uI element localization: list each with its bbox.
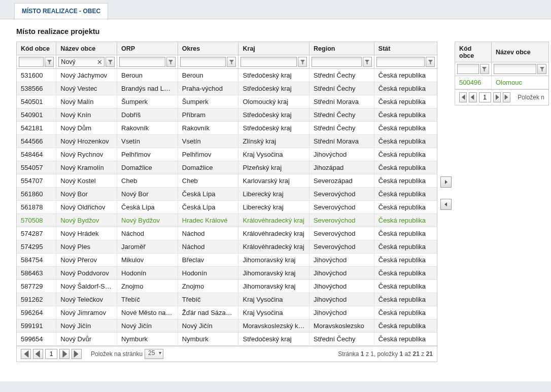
col-header[interactable]: Kód obce [455, 42, 491, 62]
table-cell: Pelhřimov [178, 148, 238, 161]
table-cell: 591262 [17, 293, 56, 306]
filter-input[interactable] [19, 57, 44, 67]
table-cell: Česká republika [374, 95, 437, 109]
table-cell: Náchod [117, 227, 178, 240]
table-row[interactable]: 540901Nový KnínDobříšPříbramStředočeský … [17, 109, 437, 122]
table-cell: Česká republika [374, 109, 437, 122]
table-cell: Střední Čechy [309, 109, 374, 122]
filter-input[interactable] [494, 64, 536, 74]
table-cell: Kraj Vysočina [238, 293, 309, 306]
filter-icon[interactable] [426, 57, 435, 67]
pager-next-icon[interactable] [493, 92, 501, 102]
table-cell: Královéhradecký kraj [238, 240, 309, 254]
table-cell: Nový Dům [56, 122, 117, 135]
filter-input[interactable] [312, 57, 362, 67]
table-cell: Nový Dvůr [56, 333, 117, 346]
table-row[interactable]: 548464Nový RychnovPelhřimovPelhřimovKraj… [17, 148, 437, 161]
col-header[interactable]: Název obce [491, 42, 548, 62]
table-row[interactable]: 500496Olomouc [455, 76, 548, 89]
table-cell: Nový Hrozenkov [56, 135, 117, 148]
left-grid: Kód obce Název obce ORP Okres Kraj Regio… [16, 42, 437, 362]
table-row[interactable]: 596264Nový JimramovNové Město na M...Žďá… [17, 306, 437, 319]
table-row[interactable]: 561860Nový BorNový BorČeská LípaLibereck… [17, 188, 437, 201]
table-cell: Liberecký kraj [238, 201, 309, 214]
table-cell: Česká republika [374, 333, 437, 346]
pager-prev-icon[interactable] [469, 92, 476, 102]
table-cell: Nový Knín [56, 109, 117, 122]
filter-icon[interactable] [166, 57, 176, 67]
right-grid: Kód obce Název obce 500496Olomouc [455, 42, 549, 105]
pager-first-icon[interactable] [459, 92, 467, 102]
table-cell: Královéhradecký kraj [238, 227, 309, 240]
table-cell: Znojmo [117, 280, 178, 293]
table-row[interactable]: 561878Nový OldřichovČeská LípaČeská Lípa… [17, 201, 437, 214]
pager-first-icon[interactable] [21, 349, 31, 359]
pager-page-input[interactable] [45, 349, 57, 359]
filter-icon[interactable] [227, 57, 236, 67]
table-cell: 584754 [17, 254, 56, 267]
table-cell: Česká republika [374, 319, 437, 333]
pager-next-icon[interactable] [59, 349, 70, 359]
clear-filter-icon[interactable]: ✕ [97, 58, 102, 66]
table-row[interactable]: 540501Nový MalínŠumperkŠumperkOlomoucký … [17, 95, 437, 109]
col-header[interactable]: Okres [178, 42, 238, 55]
filter-icon[interactable] [45, 57, 54, 67]
filter-input[interactable] [376, 57, 425, 67]
pager-page-input[interactable] [479, 92, 491, 102]
tab-misto-realizace[interactable]: MÍSTO REALIZACE - OBEC [14, 3, 108, 19]
table-cell: 554057 [17, 161, 56, 174]
col-header[interactable]: Kraj [238, 42, 309, 55]
table-row[interactable]: 531600Nový JáchymovBerounBerounStředočes… [17, 69, 437, 82]
table-row[interactable]: 591262Nový TelečkovTřebíčTřebíčKraj Vyso… [17, 293, 437, 306]
table-row[interactable]: 584754Nový PřerovMikulovBřeclavJihomorav… [17, 254, 437, 267]
col-header[interactable]: Kód obce [17, 42, 56, 55]
table-cell: 587729 [17, 280, 56, 293]
table-row[interactable]: 554057Nový KramolínDomažliceDomažlicePlz… [17, 161, 437, 174]
table-row[interactable]: 599654Nový DvůrNymburkNymburkStředočeský… [17, 333, 437, 346]
table-cell: 570508 [17, 214, 56, 227]
table-cell: Střední Čechy [309, 69, 374, 82]
filter-input[interactable] [119, 57, 165, 67]
table-cell: Střední Čechy [309, 333, 374, 346]
table-row[interactable]: 586463Nový PoddvorovHodonínHodonínJihomo… [17, 267, 437, 280]
table-cell: 554707 [17, 174, 56, 188]
table-cell: Hodonín [178, 267, 238, 280]
horizontal-scrollbar[interactable] [16, 364, 544, 373]
move-left-button[interactable] [440, 199, 452, 210]
filter-input[interactable] [180, 57, 226, 67]
filter-icon[interactable] [298, 57, 307, 67]
table-row[interactable]: 544566Nový HrozenkovVsetínVsetínZlínský … [17, 135, 437, 148]
col-header[interactable]: Stát [374, 42, 437, 55]
filter-icon[interactable] [363, 57, 372, 67]
table-cell: Nový Přerov [56, 254, 117, 267]
per-page-select[interactable]: 25 [145, 349, 163, 359]
table-row[interactable]: 554707Nový KostelChebChebKarlovarský kra… [17, 174, 437, 188]
table-row[interactable]: 542181Nový DůmRakovníkRakovníkStředočesk… [17, 122, 437, 135]
table-row[interactable]: 587729Nový Šaldorf-Sed...ZnojmoZnojmoJih… [17, 280, 437, 293]
pager-last-icon[interactable] [503, 92, 510, 102]
pager-prev-icon[interactable] [33, 349, 43, 359]
per-page-label: Položek na stránku [91, 350, 143, 358]
filter-icon[interactable] [480, 64, 489, 74]
table-cell: Nový Malín [56, 95, 117, 109]
table-cell: Praha-východ [178, 82, 238, 95]
table-row[interactable]: 538566Nový VestecBrandýs nad Lab...Praha… [17, 82, 437, 95]
table-cell: Olomouc [491, 76, 548, 89]
col-header[interactable]: Region [309, 42, 374, 55]
filter-input[interactable] [240, 57, 297, 67]
table-cell: Česká republika [374, 174, 437, 188]
table-row[interactable]: 570508Nový BydžovNový BydžovHradec Králo… [17, 214, 437, 227]
table-row[interactable]: 599191Nový JičínNový JičínNový JičínMora… [17, 319, 437, 333]
pager-last-icon[interactable] [72, 349, 82, 359]
filter-icon[interactable] [537, 64, 546, 74]
filter-icon[interactable] [106, 57, 115, 67]
table-cell: Česká republika [374, 122, 437, 135]
table-row[interactable]: 574287Nový HrádekNáchodNáchodKrálovéhrad… [17, 227, 437, 240]
move-right-button[interactable] [440, 176, 452, 188]
table-cell: Znojmo [178, 280, 238, 293]
table-row[interactable]: 574295Nový PlesJaroměřNáchodKrálovéhrade… [17, 240, 437, 254]
col-header[interactable]: ORP [117, 42, 178, 55]
col-header[interactable]: Název obce [56, 42, 117, 55]
filter-input[interactable] [457, 64, 479, 74]
table-cell: Jihovýchod [309, 293, 374, 306]
